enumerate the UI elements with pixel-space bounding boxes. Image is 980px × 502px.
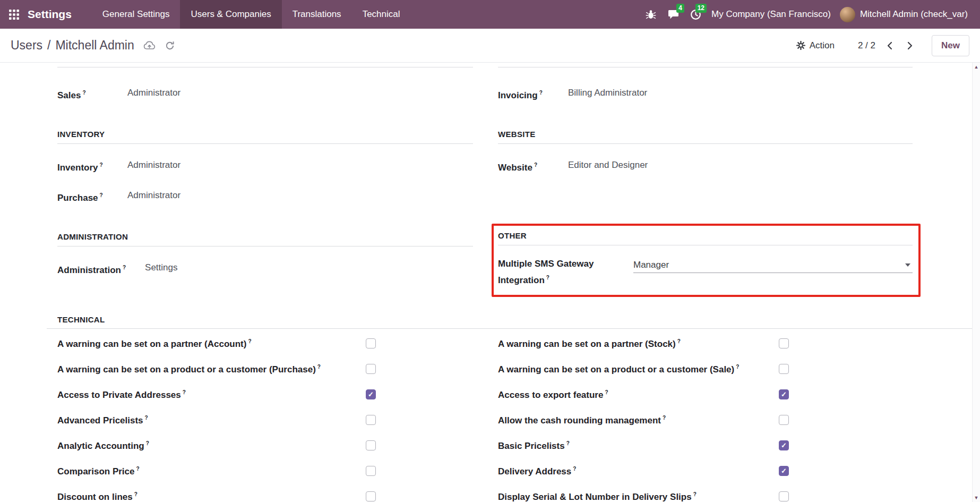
field-value-inventory[interactable]: Administrator	[127, 158, 473, 173]
activities-button[interactable]: 12	[684, 0, 707, 29]
help-icon: ?	[136, 466, 140, 472]
scroll-down-arrow-icon[interactable]: ▼	[974, 494, 979, 502]
field-value-administration[interactable]: Settings	[145, 260, 473, 275]
administration-field-group: Administration? Settings	[57, 260, 473, 278]
menu-general-settings[interactable]: General Settings	[92, 0, 180, 29]
pager-counter: 2 / 2	[858, 40, 875, 51]
checkbox-warning-product-sale[interactable]	[779, 364, 789, 374]
tech-row: Allow the cash rounding management?	[498, 413, 789, 428]
bug-icon	[646, 9, 656, 20]
section-other: OTHER	[498, 231, 913, 245]
user-avatar[interactable]	[840, 7, 855, 22]
checkbox-discount-on-lines[interactable]	[366, 491, 376, 501]
tech-row: Basic Pricelists?	[498, 438, 789, 453]
pager-previous-button[interactable]	[887, 41, 892, 50]
tech-label: Delivery Address?	[498, 466, 576, 477]
checkbox-warning-partner-stock[interactable]	[779, 338, 789, 348]
field-value-sales[interactable]: Administrator	[127, 86, 473, 100]
help-icon: ?	[677, 338, 681, 344]
tech-label: Analytic Accounting?	[57, 440, 149, 452]
user-menu[interactable]: Mitchell Admin (check_var)	[855, 9, 973, 20]
field-value-website[interactable]: Editor and Designer	[568, 158, 913, 173]
breadcrumb-current: Mitchell Admin	[55, 38, 134, 53]
field-value-invoicing[interactable]: Billing Administrator	[568, 86, 913, 100]
tech-label: A warning can be set on a product or a c…	[57, 364, 321, 375]
vertical-scrollbar[interactable]: ▲ ▼	[972, 63, 980, 502]
top-navbar: Settings General Settings Users & Compan…	[0, 0, 980, 29]
scroll-up-arrow-icon[interactable]: ▲	[974, 63, 979, 71]
help-icon: ?	[146, 440, 149, 446]
company-switcher[interactable]: My Company (San Francisco)	[707, 9, 836, 20]
help-icon: ?	[573, 466, 576, 472]
help-icon: ?	[663, 415, 666, 421]
field-label-purchase: Purchase?	[57, 188, 108, 206]
tech-label: Access to export feature?	[498, 389, 608, 401]
highlight-rectangle: OTHER Multiple SMS Gateway Integration? …	[492, 224, 921, 297]
menu-translations[interactable]: Translations	[282, 0, 352, 29]
sms-gateway-dropdown[interactable]: Manager	[633, 257, 913, 273]
save-cloud-icon[interactable]	[143, 40, 156, 50]
tech-row: A warning can be set on a product or a c…	[498, 362, 789, 377]
checkbox-serial-lot-delivery-slips[interactable]	[779, 491, 789, 501]
checkbox-private-addresses[interactable]	[366, 389, 376, 399]
tech-row: Comparison Price?	[57, 464, 376, 479]
tech-row: Delivery Address?	[498, 464, 789, 479]
checkbox-warning-product-purchase[interactable]	[366, 364, 376, 374]
checkbox-warning-partner-account[interactable]	[366, 338, 376, 348]
checkbox-analytic-accounting[interactable]	[366, 440, 376, 450]
checkbox-advanced-pricelists[interactable]	[366, 415, 376, 425]
checkbox-comparison-price[interactable]	[366, 466, 376, 476]
discard-refresh-icon[interactable]	[165, 40, 175, 51]
breadcrumb: Users / Mitchell Admin	[11, 38, 134, 53]
tech-label: Basic Pricelists?	[498, 440, 570, 452]
sales-field-group: Sales? Administrator	[57, 86, 473, 103]
tech-row: Access to Private Addresses?	[57, 387, 376, 402]
inventory-field-group: Inventory? Administrator Purchase? Admin…	[57, 158, 473, 206]
checkbox-export-feature[interactable]	[779, 389, 789, 399]
help-icon: ?	[693, 491, 697, 497]
help-icon: ?	[145, 415, 148, 421]
section-technical: TECHNICAL	[47, 315, 972, 329]
breadcrumb-users-link[interactable]: Users	[11, 38, 42, 53]
field-label-inventory: Inventory?	[57, 158, 108, 175]
chevron-down-icon	[905, 263, 910, 267]
tech-label: Comparison Price?	[57, 466, 140, 477]
sms-field-group: Multiple SMS Gateway Integration? Manage…	[498, 257, 913, 287]
field-label-sms-gateway: Multiple SMS Gateway Integration?	[498, 257, 614, 287]
checkbox-delivery-address[interactable]	[779, 466, 789, 476]
pager-next-button[interactable]	[907, 41, 913, 50]
checkbox-basic-pricelists[interactable]	[779, 440, 789, 450]
checkbox-cash-rounding[interactable]	[779, 415, 789, 425]
apps-grid-glyph	[9, 10, 19, 20]
field-label-invoicing: Invoicing?	[498, 86, 549, 103]
gear-icon	[796, 41, 805, 50]
app-name[interactable]: Settings	[28, 0, 72, 29]
tech-row: Discount on lines?	[57, 489, 376, 502]
section-inventory: INVENTORY	[57, 130, 473, 144]
help-icon: ?	[566, 440, 570, 446]
help-icon: ?	[317, 364, 321, 370]
apps-grid-icon[interactable]	[0, 0, 28, 29]
sms-gateway-value: Manager	[633, 260, 669, 270]
menu-users-companies[interactable]: Users & Companies	[180, 0, 281, 29]
website-field-group: Website? Editor and Designer	[498, 158, 913, 175]
menu-technical[interactable]: Technical	[352, 0, 411, 29]
debug-button[interactable]	[640, 0, 662, 29]
help-icon: ?	[183, 389, 186, 395]
help-icon: ?	[605, 389, 608, 395]
new-button[interactable]: New	[932, 35, 969, 56]
section-administration: ADMINISTRATION	[57, 232, 473, 246]
help-icon: ?	[100, 162, 103, 168]
messages-button[interactable]: 4	[662, 0, 684, 29]
tech-label: Discount on lines?	[57, 491, 137, 502]
tech-row: Advanced Pricelists?	[57, 413, 376, 428]
help-icon: ?	[82, 90, 85, 96]
field-label-website: Website?	[498, 158, 549, 175]
field-value-purchase[interactable]: Administrator	[127, 188, 473, 203]
action-menu-button[interactable]: Action	[796, 40, 835, 51]
tech-label: A warning can be set on a partner (Stock…	[498, 338, 681, 350]
control-panel: Users / Mitchell Admin	[0, 29, 980, 63]
messages-badge: 4	[676, 4, 684, 13]
action-label: Action	[810, 40, 835, 51]
technical-right-column: A warning can be set on a partner (Stock…	[498, 336, 789, 502]
